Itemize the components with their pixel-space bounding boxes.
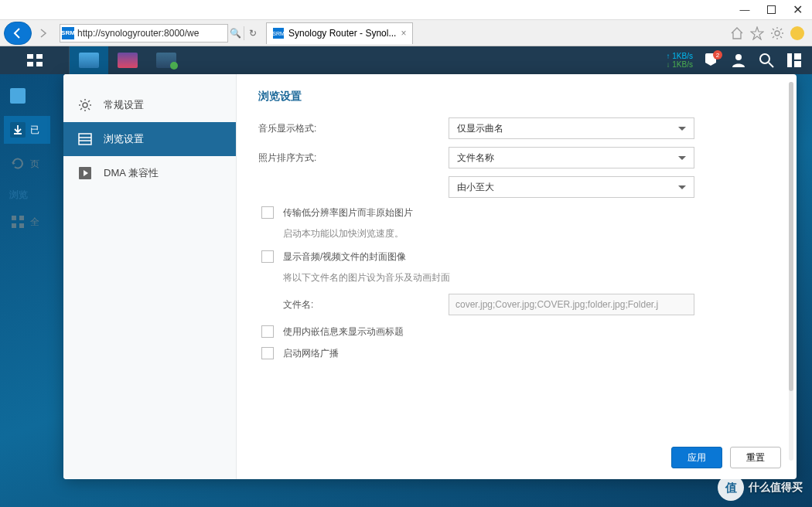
checkbox-embedded[interactable] [261, 325, 274, 338]
sort-order-select[interactable]: 由小至大 [449, 176, 694, 198]
svg-rect-19 [79, 134, 91, 145]
maximize-button[interactable] [766, 5, 776, 15]
widgets-icon[interactable] [786, 52, 803, 69]
checkbox-cover[interactable] [261, 250, 274, 263]
settings-icon[interactable] [770, 26, 784, 40]
section-title: 浏览设置 [258, 90, 775, 104]
app-wifi[interactable] [70, 46, 108, 74]
photo-sort-select[interactable]: 文件名称 [449, 147, 694, 168]
sidebar-label: DMA 兼容性 [104, 166, 159, 180]
svg-rect-12 [10, 88, 26, 104]
svg-point-18 [83, 103, 87, 107]
dock-item-1[interactable] [4, 82, 50, 110]
svg-rect-9 [787, 53, 792, 67]
checkbox-broadcast-label: 启动网络广播 [283, 346, 339, 360]
apply-button[interactable]: 应用 [671, 447, 722, 468]
play-icon [77, 165, 93, 181]
svg-rect-0 [767, 6, 775, 14]
photo-sort-label: 照片排序方式: [258, 151, 449, 165]
checkbox-embedded-label: 使用内嵌信息来显示动画标题 [283, 325, 404, 339]
svg-rect-16 [12, 223, 16, 228]
sidebar-item-dma[interactable]: DMA 兼容性 [63, 156, 236, 190]
search-icon[interactable] [758, 52, 775, 69]
notification-badge: 2 [713, 50, 722, 60]
gear-icon [77, 97, 93, 113]
back-button[interactable] [4, 22, 32, 45]
reset-button[interactable]: 重置 [730, 447, 781, 468]
sidebar-label: 浏览设置 [104, 132, 144, 146]
left-dock: 已 页 浏览 全 [0, 74, 54, 507]
list-icon [77, 131, 93, 147]
user-icon[interactable] [730, 52, 747, 69]
sidebar-item-browse[interactable]: 浏览设置 [63, 122, 236, 156]
svg-rect-14 [12, 216, 16, 220]
svg-rect-5 [36, 62, 43, 66]
svg-rect-3 [36, 54, 43, 59]
sidebar-label: 常规设置 [104, 98, 144, 112]
dock-item-grid[interactable]: 全 [4, 208, 50, 236]
cover-hint: 将以下文件名的图片设为音乐及动画封面 [283, 271, 775, 284]
svg-rect-15 [19, 216, 24, 220]
dock-item-refresh[interactable]: 页 [4, 150, 50, 178]
browser-tab[interactable]: SRM Synology Router - Synol... × [266, 22, 413, 44]
lowres-hint: 启动本功能以加快浏览速度。 [283, 227, 775, 240]
svg-point-7 [760, 54, 769, 63]
checkbox-broadcast[interactable] [261, 347, 274, 359]
network-stats: ↑ 1KB/s ↓ 1KB/s [667, 52, 702, 69]
dock-item-download[interactable]: 已 [4, 116, 50, 144]
refresh-button[interactable]: ↻ [249, 24, 260, 43]
tab-favicon: SRM [273, 28, 284, 39]
checkbox-lowres-label: 传输低分辨率图片而非原始图片 [283, 206, 413, 219]
forward-button[interactable] [33, 23, 53, 43]
smiley-icon[interactable] [790, 26, 804, 40]
close-button[interactable]: ✕ [792, 5, 803, 15]
svg-rect-4 [27, 62, 33, 66]
checkbox-cover-label: 显示音频/视频文件的封面图像 [283, 250, 406, 264]
scrollbar-vertical[interactable] [789, 82, 793, 461]
home-icon[interactable] [730, 26, 744, 40]
settings-sidebar: 常规设置 浏览设置 DMA 兼容性 [63, 74, 237, 479]
music-format-select[interactable]: 仅显示曲名 [449, 117, 694, 139]
favorites-icon[interactable] [750, 26, 764, 40]
dock-section-label: 浏览 [0, 189, 28, 202]
svg-rect-10 [794, 53, 801, 60]
tab-title: Synology Router - Synol... [288, 28, 396, 39]
tab-close-icon[interactable]: × [401, 28, 406, 39]
svg-rect-11 [794, 61, 801, 67]
svg-point-6 [735, 54, 742, 60]
svg-point-1 [775, 31, 780, 36]
notifications-icon[interactable]: 2 [702, 52, 719, 69]
checkbox-lowres[interactable] [261, 206, 274, 219]
settings-content: 浏览设置 音乐显示格式: 仅显示曲名 照片排序方式: 文件名称 由小至大 传输低… [237, 74, 797, 479]
url-text: http://synologyrouter:8000/we [77, 28, 199, 39]
svg-rect-17 [19, 223, 24, 228]
site-icon: SRM [62, 27, 74, 39]
svg-rect-2 [27, 54, 33, 59]
minimize-button[interactable]: — [739, 5, 750, 15]
music-format-label: 音乐显示格式: [258, 122, 449, 135]
main-menu-button[interactable] [0, 46, 70, 74]
svg-line-8 [769, 63, 773, 67]
settings-window: 常规设置 浏览设置 DMA 兼容性 浏览设置 音乐显示格式: 仅显示曲名 照片排… [63, 74, 797, 479]
sidebar-item-general[interactable]: 常规设置 [63, 88, 236, 122]
app-store[interactable] [108, 46, 147, 74]
filename-label: 文件名: [283, 298, 449, 311]
search-icon[interactable]: 🔍 [230, 24, 241, 43]
filename-input[interactable] [449, 294, 694, 315]
address-bar[interactable]: SRM http://synologyrouter:8000/we [60, 24, 228, 43]
app-media[interactable] [147, 46, 186, 74]
